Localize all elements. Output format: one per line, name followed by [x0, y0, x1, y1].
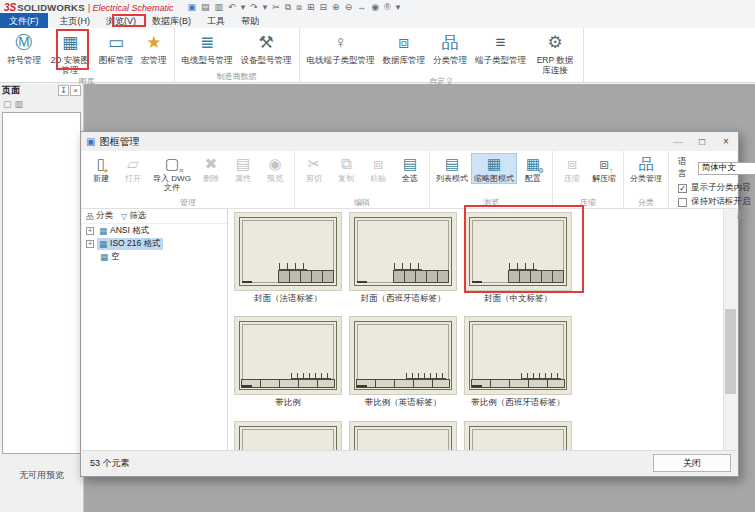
new-button[interactable]: ▯★ 新建: [85, 153, 117, 184]
compress-icon: ⧈: [567, 154, 577, 174]
cut-button[interactable]: ✂ 剪切: [298, 153, 330, 184]
ribbon-group-customization: ♀ 电线端子类型管理 ⧈ 数据库管理 品 分类管理 ≡ 端子类型管理 ⚙ E: [300, 28, 585, 82]
ribbon-group-manufacturer: ≣ 电缆型号管理 ⚒ 设备型号管理 制造商数据: [175, 28, 300, 82]
wire-terminal-type-manager-button[interactable]: ♀ 电线端子类型管理: [303, 30, 379, 66]
titleblock-manager-button[interactable]: ▭ 图框管理: [95, 30, 137, 66]
pages-tree-area[interactable]: [2, 112, 81, 454]
maximize-icon[interactable]: □: [690, 133, 714, 151]
show-subclass-checkbox[interactable]: ✓: [678, 184, 687, 193]
vertical-scrollbar[interactable]: [723, 209, 737, 450]
menu-help[interactable]: 帮助: [233, 14, 267, 29]
paste-button[interactable]: ⧈ 粘贴: [362, 153, 394, 184]
titleblock-card-scale[interactable]: 带比例: [234, 316, 342, 408]
minimize-icon[interactable]: —: [666, 133, 690, 151]
save-icon[interactable]: ▤: [201, 2, 210, 12]
compress-button[interactable]: ⧈ 压缩: [556, 153, 588, 184]
import-dwg-button[interactable]: ▢≡ 导入 DWG 文件: [149, 153, 195, 193]
preview-button[interactable]: ◉ 预览: [259, 153, 291, 184]
menu-home[interactable]: 主页(H): [52, 14, 99, 29]
tree-tabs: 品 分类 ▽ 筛选: [82, 209, 227, 224]
cable-reference-manager-button[interactable]: ≣ 电缆型号管理: [178, 30, 237, 66]
pages-panel: 页面 ↧ × ▢ ▥ 无可用预览: [0, 84, 84, 512]
open-button[interactable]: ▱ 打开: [117, 153, 149, 184]
close-button[interactable]: 关闭: [653, 454, 731, 472]
tree-item-iso216[interactable]: + ▦ISO 216 格式: [82, 237, 227, 250]
titleblock-card-partial-1[interactable]: [234, 421, 342, 450]
paste-icon[interactable]: ⧈: [296, 2, 302, 12]
titleblock-thumbnail: [349, 421, 457, 450]
thumbnail-mode-button[interactable]: ▦ 缩略图模式: [471, 153, 517, 184]
class-manager-icon: 品: [639, 154, 654, 174]
titleblock-thumbnail: [234, 316, 342, 395]
menu-database[interactable]: 数据库(B): [144, 14, 199, 29]
undo-caret-icon[interactable]: ▾: [241, 2, 246, 12]
pages-panel-header: 页面 ↧ ×: [0, 84, 83, 97]
toolbar-group-compress: ⧈ 压缩 ⧈↑ 解压缩 压缩: [553, 151, 624, 208]
dialog-titlebar[interactable]: ▣ 图框管理 — □ ×: [81, 132, 738, 151]
titleblock-manager-icon: ▭: [108, 31, 124, 55]
uncompress-button[interactable]: ⧈↑ 解压缩: [588, 153, 620, 184]
tree-item-empty[interactable]: ▦空: [82, 250, 227, 263]
manufacturer-part-manager-button[interactable]: ⚒ 设备型号管理: [237, 30, 296, 66]
pin-icon[interactable]: ↧: [58, 85, 69, 96]
expand-icon[interactable]: +: [86, 240, 94, 248]
import-dwg-icon: ▢≡: [165, 154, 179, 174]
scrollbar-thumb[interactable]: [725, 309, 736, 394]
copy-button[interactable]: ⧉ 复制: [330, 153, 362, 184]
select-all-button[interactable]: ▤ 全选: [394, 153, 426, 184]
tree-item-ansi[interactable]: + ▦ANSI 格式: [82, 224, 227, 237]
database-manager-button[interactable]: ⧈ 数据库管理: [379, 30, 430, 66]
classification-manager-button[interactable]: 品 分类管理: [429, 30, 471, 66]
class-manager-button[interactable]: 品 分类管理: [627, 153, 665, 184]
configure-button[interactable]: ▦⚙ 配置: [517, 153, 549, 184]
share-icon[interactable]: ⊟: [320, 2, 328, 12]
symbol-manager-button[interactable]: Ⓜ 符号管理: [3, 30, 45, 66]
menu-tools[interactable]: 工具: [199, 14, 233, 29]
language-select[interactable]: 简体中文 ▾: [698, 162, 755, 175]
tab-classification[interactable]: 品 分类: [86, 210, 113, 222]
pan-icon[interactable]: ↔: [357, 2, 366, 12]
terminal-type-manager-button[interactable]: ≡ 端子类型管理: [471, 30, 530, 66]
macro-manager-icon: ★: [146, 31, 161, 55]
titleblock-card-partial-2[interactable]: [349, 421, 457, 450]
zoom-out-icon[interactable]: ⊖: [345, 2, 353, 12]
panel-close-icon[interactable]: ×: [70, 85, 81, 96]
undo-icon[interactable]: ↶: [228, 2, 236, 12]
titleblock-card-cover-es[interactable]: 封面（西班牙语标签）: [349, 212, 457, 304]
annotation-box-titleblock-button: [56, 29, 89, 70]
list-mode-button[interactable]: ▤ 列表模式: [433, 153, 471, 184]
show-subclass-label: 显示子分类内容: [691, 182, 751, 194]
quick-access-toolbar: ▣ ▤ ▥ ↶ ▾ ↷ ▾ ✂ ⧉ ⧈ ⊞ ⊟ ⊕ ⊖ ↔ ◉ ® ▾: [188, 2, 401, 12]
search-icon[interactable]: ◉: [371, 2, 379, 12]
export-icon[interactable]: ⊞: [307, 2, 315, 12]
cut-icon[interactable]: ✂: [272, 2, 280, 12]
more-caret-icon[interactable]: ▾: [396, 2, 401, 12]
delete-button[interactable]: ✖ 删除: [195, 153, 227, 184]
uncompress-icon: ⧈↑: [599, 154, 609, 174]
copy-icon[interactable]: ⧉: [285, 2, 291, 12]
redo-caret-icon[interactable]: ▾: [263, 2, 268, 12]
close-icon[interactable]: ×: [714, 133, 738, 151]
menu-file[interactable]: 文件(F): [0, 13, 48, 30]
titleblock-card-scale-en[interactable]: 带比例（英语标签）: [349, 316, 457, 408]
properties-button[interactable]: ▤ 属性: [227, 153, 259, 184]
redo-icon[interactable]: ↷: [250, 2, 258, 12]
print-icon[interactable]: ▥: [215, 2, 224, 12]
page-tab-icon-1[interactable]: ▢: [3, 99, 12, 109]
help-icon[interactable]: ®: [384, 2, 391, 12]
titleblock-card-cover-fr[interactable]: 封面（法语标签）: [234, 212, 342, 304]
titleblock-card-scale-es[interactable]: 带比例（西班牙语标签）: [464, 316, 572, 408]
zoom-in-icon[interactable]: ⊕: [332, 2, 340, 12]
erp-database-connection-button[interactable]: ⚙ ERP 数据库连接: [530, 30, 580, 76]
page-tab-icon-2[interactable]: ▥: [15, 99, 24, 109]
macro-manager-button[interactable]: ★ 宏管理: [137, 30, 171, 66]
keep-dialog-open-checkbox[interactable]: [678, 198, 687, 207]
titleblock-card-partial-3[interactable]: [464, 421, 572, 450]
expand-icon[interactable]: +: [86, 227, 94, 235]
titleblock-thumbnail: [464, 421, 572, 450]
preview-icon: ◉: [268, 154, 281, 174]
tab-filter[interactable]: ▽ 筛选: [121, 210, 146, 222]
toolbar-group-browse: ▤ 列表模式 ▦ 缩略图模式 ▦⚙ 配置 浏览: [430, 151, 553, 208]
solidworks-logo: 3S SOLIDWORKS | Electrical Schematic: [4, 2, 174, 13]
app-icon[interactable]: ▣: [188, 2, 197, 12]
